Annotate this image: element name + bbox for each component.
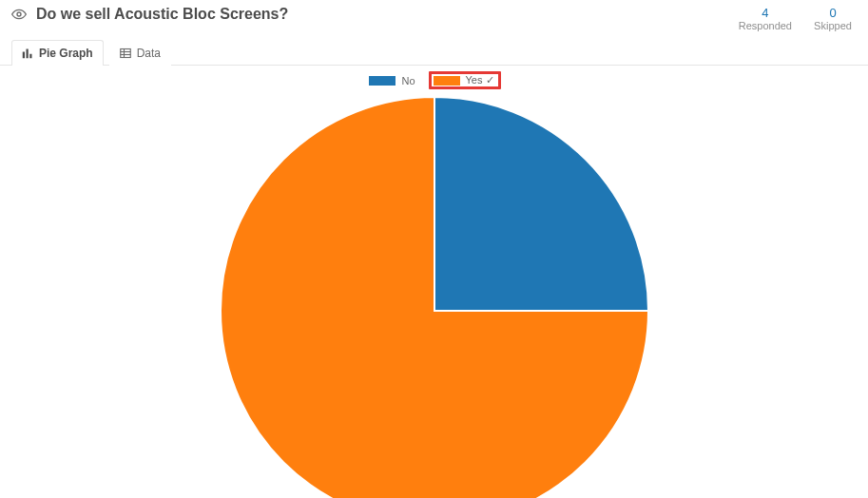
stat-responded-value: 4 bbox=[762, 6, 768, 20]
table-icon bbox=[120, 48, 131, 59]
legend-item-yes[interactable]: Yes ✓ bbox=[429, 71, 501, 89]
header: Do we sell Acoustic Bloc Screens? 4 Resp… bbox=[0, 0, 868, 31]
tab-data-label: Data bbox=[137, 47, 161, 60]
legend-swatch-yes bbox=[434, 76, 460, 86]
svg-point-0 bbox=[17, 12, 21, 16]
response-stats: 4 Responded 0 Skipped bbox=[739, 6, 857, 31]
stat-skipped[interactable]: 0 Skipped bbox=[809, 6, 857, 31]
legend-item-no[interactable]: No bbox=[367, 71, 416, 89]
tab-data[interactable]: Data bbox=[109, 40, 171, 66]
svg-rect-3 bbox=[29, 54, 31, 59]
legend-label-no: No bbox=[401, 75, 415, 86]
tab-pie-graph[interactable]: Pie Graph bbox=[11, 40, 104, 66]
chart-legend: No Yes ✓ bbox=[0, 66, 868, 89]
bar-chart-icon bbox=[22, 48, 33, 59]
stat-responded-label: Responded bbox=[739, 20, 792, 31]
question-title: Do we sell Acoustic Bloc Screens? bbox=[36, 6, 288, 23]
stat-responded[interactable]: 4 Responded bbox=[739, 6, 792, 31]
svg-rect-4 bbox=[120, 49, 130, 58]
legend-swatch-no bbox=[369, 76, 395, 86]
chart-area: No Yes ✓ bbox=[0, 66, 868, 498]
view-tabs: Pie Graph Data bbox=[0, 31, 868, 66]
survey-question-panel: Do we sell Acoustic Bloc Screens? 4 Resp… bbox=[0, 0, 868, 498]
svg-rect-1 bbox=[23, 52, 25, 59]
tab-pie-label: Pie Graph bbox=[39, 47, 93, 60]
pie-svg bbox=[216, 92, 653, 498]
pie-chart[interactable] bbox=[216, 92, 653, 498]
stat-skipped-label: Skipped bbox=[814, 20, 852, 31]
stat-skipped-value: 0 bbox=[829, 6, 836, 20]
eye-icon bbox=[11, 7, 27, 22]
pie-slice-no[interactable] bbox=[434, 97, 648, 311]
title-wrap: Do we sell Acoustic Bloc Screens? bbox=[11, 6, 739, 23]
svg-rect-2 bbox=[27, 49, 29, 59]
legend-label-yes: Yes ✓ bbox=[466, 74, 494, 86]
